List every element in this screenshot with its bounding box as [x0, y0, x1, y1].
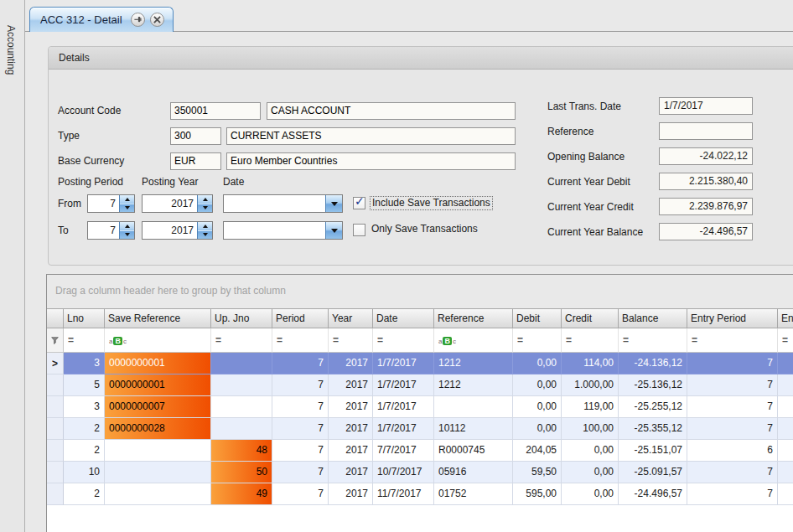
only-save-label[interactable]: Only Save Transactions — [371, 223, 478, 235]
filter-cell-credit[interactable]: = — [562, 328, 619, 353]
cell-save_ref[interactable]: 0000000001 — [105, 353, 211, 374]
cell-entry_cut[interactable] — [778, 396, 793, 418]
spinner-buttons[interactable] — [119, 222, 134, 239]
summary-value[interactable] — [659, 122, 753, 140]
cell-debit[interactable]: 595,00 — [513, 483, 562, 505]
sidebar-tab-accounting[interactable]: Accounting — [5, 25, 17, 75]
cell-save_ref[interactable] — [105, 462, 211, 483]
cell-up_jno[interactable]: 50 — [211, 462, 272, 483]
cell-balance[interactable]: -24.496,57 — [619, 483, 687, 505]
cell-year[interactable]: 2017 — [329, 462, 373, 483]
cell-debit[interactable]: 0,00 — [513, 374, 562, 396]
column-header-save_ref[interactable]: Save Reference — [105, 308, 211, 328]
cell-date[interactable]: 1/7/2017 — [373, 418, 434, 440]
cell-reference[interactable]: 1212 — [434, 374, 513, 396]
summary-value[interactable]: 1/7/2017 — [659, 97, 753, 115]
table-row[interactable]: 20000000028720171/7/2017101120,00100,00-… — [47, 418, 793, 440]
spinner-buttons[interactable] — [197, 195, 212, 212]
spin-up-icon[interactable] — [125, 225, 130, 228]
cell-entry_cut[interactable] — [778, 353, 793, 374]
column-header-period[interactable]: Period — [272, 308, 329, 328]
cell-save_ref[interactable]: 0000000001 — [105, 374, 211, 396]
spinner-buttons[interactable] — [119, 195, 134, 212]
cell-year[interactable]: 2017 — [329, 418, 373, 440]
cell-lno[interactable]: 2 — [64, 440, 105, 462]
group-by-panel[interactable]: Drag a column header here to group by th… — [47, 275, 793, 308]
account-name-input[interactable]: CASH ACCOUNT — [267, 102, 516, 120]
cell-balance[interactable]: -25.255,12 — [619, 396, 687, 418]
cell-reference[interactable]: 05916 — [434, 462, 513, 483]
column-header-lno[interactable]: Lno — [64, 308, 105, 328]
column-header-balance[interactable]: Balance — [619, 308, 687, 328]
document-tab[interactable]: ACC 312 - Detail — [29, 7, 174, 32]
cell-reference[interactable]: R0000745 — [434, 440, 513, 462]
cell-period[interactable]: 7 — [272, 440, 329, 462]
include-save-label[interactable]: Include Save Transactions — [370, 196, 493, 210]
column-header-entry_cut[interactable]: En — [778, 308, 793, 328]
column-header-reference[interactable]: Reference — [434, 308, 513, 328]
cell-entry_period[interactable]: 7 — [687, 462, 778, 483]
cell-up_jno[interactable] — [211, 353, 272, 374]
to-date-combo[interactable] — [223, 221, 343, 240]
cell-balance[interactable]: -24.136,12 — [619, 353, 687, 374]
cell-credit[interactable]: 0,00 — [562, 440, 619, 462]
summary-value[interactable]: 2.215.380,40 — [659, 173, 753, 190]
cell-up_jno[interactable]: 49 — [211, 483, 272, 505]
from-date-combo[interactable] — [223, 194, 343, 213]
cell-lno[interactable]: 2 — [64, 483, 105, 505]
cell-year[interactable]: 2017 — [329, 353, 373, 374]
cell-entry_period[interactable]: 6 — [687, 440, 778, 462]
cell-debit[interactable]: 0,00 — [513, 396, 562, 418]
dropdown-button[interactable] — [325, 195, 342, 212]
spinner-buttons[interactable] — [197, 222, 212, 239]
filter-cell-lno[interactable]: = — [64, 328, 105, 353]
cell-date[interactable]: 1/7/2017 — [373, 396, 434, 418]
filter-indicator-cell[interactable] — [47, 328, 64, 353]
cell-entry_period[interactable]: 7 — [687, 483, 778, 505]
to-period-stepper[interactable]: 7 — [87, 221, 135, 240]
cell-entry_cut[interactable] — [778, 374, 793, 396]
cell-lno[interactable]: 5 — [64, 374, 105, 396]
cell-year[interactable]: 2017 — [329, 483, 373, 505]
filter-cell-save_ref[interactable]: aBc — [105, 328, 211, 353]
spin-up-icon[interactable] — [125, 198, 130, 201]
only-save-checkbox[interactable]: ✓ — [353, 224, 365, 236]
include-save-checkbox[interactable]: ✓ — [353, 197, 365, 209]
filter-cell-debit[interactable]: = — [513, 328, 562, 353]
cell-balance[interactable]: -25.355,12 — [619, 418, 687, 440]
filter-cell-period[interactable]: = — [272, 328, 329, 353]
type-code-input[interactable]: 300 — [170, 127, 221, 145]
column-header-year[interactable]: Year — [329, 308, 373, 328]
from-period-stepper[interactable]: 7 — [87, 194, 135, 213]
cell-date[interactable]: 10/7/2017 — [373, 462, 434, 483]
filter-cell-reference[interactable]: aBc — [434, 328, 513, 353]
currency-name-input[interactable]: Euro Member Countries — [226, 152, 516, 170]
cell-save_ref[interactable]: 0000000028 — [105, 418, 211, 440]
cell-period[interactable]: 7 — [272, 374, 329, 396]
filter-cell-entry_cut[interactable]: = — [778, 328, 793, 353]
dropdown-button[interactable] — [325, 222, 342, 239]
cell-entry_period[interactable]: 7 — [687, 418, 778, 440]
cell-year[interactable]: 2017 — [329, 440, 373, 462]
summary-value[interactable]: 2.239.876,97 — [659, 198, 753, 215]
cell-credit[interactable]: 0,00 — [562, 462, 619, 483]
cell-up_jno[interactable] — [211, 418, 272, 440]
cell-entry_cut[interactable] — [778, 483, 793, 505]
to-year-stepper[interactable]: 2017 — [142, 221, 213, 240]
filter-cell-up_jno[interactable]: = — [211, 328, 272, 353]
cell-entry_cut[interactable] — [778, 462, 793, 483]
cell-period[interactable]: 7 — [272, 462, 329, 483]
cell-save_ref[interactable] — [105, 483, 211, 505]
cell-reference[interactable]: 01752 — [434, 483, 513, 505]
cell-balance[interactable]: -25.091,57 — [619, 462, 687, 483]
table-row[interactable]: 50000000001720171/7/201712120,001.000,00… — [47, 374, 793, 396]
cell-credit[interactable]: 114,00 — [562, 353, 619, 374]
table-row[interactable]: 10507201710/7/20170591659,500,00-25.091,… — [47, 462, 793, 483]
cell-credit[interactable]: 100,00 — [562, 418, 619, 440]
account-code-input[interactable]: 350001 — [170, 102, 261, 120]
cell-debit[interactable]: 59,50 — [513, 462, 562, 483]
cell-credit[interactable]: 1.000,00 — [562, 374, 619, 396]
cell-period[interactable]: 7 — [272, 483, 329, 505]
column-header-date[interactable]: Date — [373, 308, 434, 328]
cell-lno[interactable]: 3 — [64, 353, 105, 374]
